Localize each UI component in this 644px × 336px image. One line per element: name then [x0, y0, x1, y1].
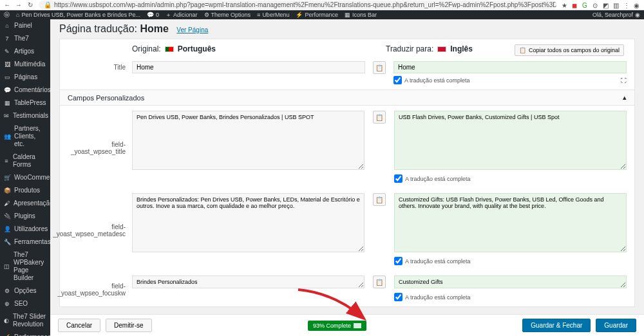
complete-checkbox[interactable]: [394, 174, 402, 183]
avatar-icon[interactable]: ◉: [634, 2, 640, 8]
nav-forward-icon[interactable]: →: [15, 1, 22, 8]
copy-icon: 📋: [519, 47, 526, 53]
sidebar-item-the7-wpbakery-page-builder[interactable]: ◫The7 WPBakery Page Builder: [0, 248, 50, 285]
menu-icon: 💬: [4, 87, 10, 93]
browser-chrome: ← → ↻ 🔒 https://www.usbspot.com/wp-admin…: [0, 0, 644, 10]
menu-icon: 🛒: [4, 174, 10, 181]
menu-icon: 📦: [4, 187, 10, 194]
copy-field-button[interactable]: 📋: [373, 61, 386, 74]
field-label: Title: [68, 61, 132, 84]
ext-icon[interactable]: ◼: [572, 2, 578, 8]
save-close-button[interactable]: Guardar & Fechar: [522, 319, 591, 332]
theme-options-link[interactable]: ⚙Theme Options: [204, 12, 251, 18]
sidebar-item-partners-clients-etc-[interactable]: 👥Partners, Clients, etc.: [0, 122, 50, 151]
footer-bar: Cancelar Demitir-se 93% Complete Guardar…: [50, 314, 644, 336]
sidebar-item-testimonials[interactable]: ✉Testimonials: [0, 109, 50, 122]
comments-link[interactable]: 💬0: [147, 12, 159, 18]
copy-all-button[interactable]: 📋 Copiar todos os campos do original: [515, 44, 624, 56]
menu-icon: 👥: [4, 133, 10, 140]
menu-label: Partners, Clients, etc.: [14, 125, 46, 148]
collapse-icon[interactable]: ▴: [623, 93, 627, 102]
translation-textarea[interactable]: Customized Gifts: USB Flash Drives, Powe…: [394, 193, 627, 252]
progress-badge: 93% Complete: [308, 321, 366, 331]
site-link[interactable]: ⌂Pen Drives USB, Power Banks e Brindes P…: [16, 12, 140, 18]
icons-bar-link[interactable]: ▦Icons Bar: [345, 12, 377, 18]
menu-label: Caldera Forms: [13, 153, 46, 169]
menu-label: The7 WPBakery Page Builder: [14, 251, 46, 282]
sidebar-item-coment-rios[interactable]: 💬Comentários: [0, 84, 50, 97]
save-button[interactable]: Guardar: [596, 319, 636, 332]
menu-icon: ▦: [4, 100, 10, 106]
nav-reload-icon[interactable]: ↻: [27, 1, 33, 8]
menu-label: Ferramentas: [14, 238, 50, 246]
ubermenu-link[interactable]: ≡UberMenu: [257, 12, 289, 18]
ext-icon[interactable]: ◩: [603, 2, 609, 8]
menu-label: Multimédia: [14, 61, 45, 68]
add-new-link[interactable]: ＋Adicionar: [166, 11, 198, 19]
menu-icon: 👤: [4, 226, 10, 232]
sidebar-item-plugins[interactable]: 🔌Plugins: [0, 210, 50, 223]
translation-textarea[interactable]: Customized Gifts: [394, 275, 627, 288]
nav-back-icon[interactable]: ←: [4, 1, 10, 8]
ext-icon[interactable]: ⊙: [592, 2, 599, 8]
menu-label: Utilizadores: [14, 225, 48, 233]
sidebar-item-the7-slider-revolution[interactable]: ◐The7 Slider Revolution: [0, 310, 50, 331]
copy-field-button[interactable]: 📋: [373, 111, 386, 124]
expand-icon[interactable]: ⛶: [621, 77, 627, 84]
sidebar-item-multim-dia[interactable]: 🖼Multimédia: [0, 58, 50, 71]
sidebar-item-the7[interactable]: 7The7: [0, 32, 50, 45]
ext-icon[interactable]: ▥: [613, 2, 620, 8]
user-greeting[interactable]: Olá, Searchprof ◉: [592, 12, 640, 18]
resign-button[interactable]: Demitir-se: [106, 319, 152, 332]
ext-icon[interactable]: ★: [562, 2, 568, 8]
copy-field-button[interactable]: 📋: [373, 193, 386, 206]
sidebar-item-tablepress[interactable]: ▦TablePress: [0, 97, 50, 109]
section-header[interactable]: Campos Personalizados ▴: [60, 89, 634, 106]
sidebar-item-performance[interactable]: ⚡Performance: [0, 331, 50, 336]
translation-textarea[interactable]: USB Flash Drives, Power Banks, Customize…: [394, 111, 627, 170]
menu-label: Apresentação: [14, 200, 50, 207]
sidebar-item-painel[interactable]: ⌂Painel: [0, 19, 50, 32]
menu-icon: ≡: [4, 158, 9, 164]
browser-extensions: ★ ◼ G ⊙ ◩ ▥ ⋮ ◉: [562, 2, 640, 8]
performance-link[interactable]: ⚡Performance: [296, 12, 338, 18]
menu-label: Opções: [14, 287, 36, 295]
copy-field-button[interactable]: 📋: [373, 275, 386, 288]
menu-icon: ✎: [4, 48, 10, 55]
sidebar-item-op-es[interactable]: ⚙Opções: [0, 285, 50, 297]
title-translation-input[interactable]: [393, 61, 627, 73]
sidebar-item-ferramentas[interactable]: 🔧Ferramentas: [0, 236, 50, 248]
sidebar-item-caldera-forms[interactable]: ≡Caldera Forms: [0, 151, 50, 171]
field-row: field-_yoast_wpseo_focuskwBrindes Person…: [60, 270, 634, 306]
sidebar-item-produtos[interactable]: 📦Produtos: [0, 184, 50, 197]
ext-icon[interactable]: G: [582, 2, 589, 8]
menu-label: Artigos: [14, 48, 34, 55]
cancel-button[interactable]: Cancelar: [58, 319, 100, 332]
sidebar-item-p-ginas[interactable]: ▭Páginas: [0, 71, 50, 84]
wp-logo-icon[interactable]: ⓦ: [4, 11, 10, 19]
sidebar-item-seo[interactable]: ⊕SEO: [0, 297, 50, 310]
complete-checkbox[interactable]: [393, 76, 402, 84]
ext-icon[interactable]: ⋮: [623, 2, 630, 8]
view-page-link[interactable]: Ver Página: [176, 26, 208, 33]
url-bar[interactable]: 🔒 https://www.usbspot.com/wp-admin/admin…: [39, 1, 556, 9]
menu-label: Testimonials: [13, 112, 48, 120]
complete-checkbox[interactable]: [394, 257, 402, 265]
complete-checkbox[interactable]: [394, 293, 402, 301]
original-lang-label: Original: Português: [132, 44, 373, 53]
menu-icon: 🔧: [4, 239, 10, 245]
sidebar-item-woocommerce[interactable]: 🛒WooCommerce: [0, 171, 50, 184]
lock-icon: 🔒: [44, 1, 52, 8]
sidebar-item-apresenta-o[interactable]: 🖌Apresentação: [0, 197, 50, 210]
sidebar-item-artigos[interactable]: ✎Artigos: [0, 45, 50, 58]
complete-row: A tradução está completa ⛶: [393, 76, 627, 84]
title-original-input: [132, 61, 365, 73]
field-label: field-_yoast_wpseo_metadesc: [68, 193, 132, 265]
original-textarea: Pen Drives USB, Power Banks, Brindes Per…: [132, 111, 365, 170]
field-row: field-_yoast_wpseo_metadescBrindes Perso…: [60, 188, 634, 270]
sidebar-item-utilizadores[interactable]: 👤Utilizadores: [0, 223, 50, 236]
menu-icon: 🖼: [4, 61, 10, 68]
menu-label: Produtos: [14, 187, 40, 194]
menu-label: Performance: [14, 333, 50, 336]
menu-icon: ✉: [4, 113, 9, 119]
